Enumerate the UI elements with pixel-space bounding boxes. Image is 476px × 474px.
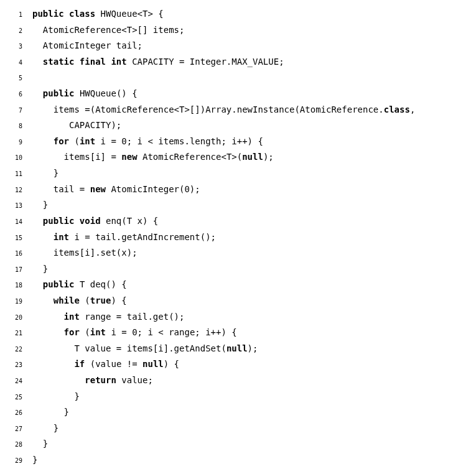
code-token: } <box>32 391 80 401</box>
keyword-token: public class <box>32 9 101 19</box>
code-line: 1public class HWQueue<T> { <box>0 6 476 22</box>
code-content: int range = tail.get(); <box>32 309 184 325</box>
code-content: items[i].set(x); <box>32 245 138 261</box>
code-token: range = tail.get(); <box>85 312 184 322</box>
code-line: 8 CAPACITY); <box>0 118 476 134</box>
keyword-token: for <box>54 136 75 146</box>
code-content: items =(AtomicReference<T>[])Array.newIn… <box>32 102 415 118</box>
keyword-token: return <box>85 375 121 385</box>
code-token <box>32 375 85 385</box>
code-token: items[i].set(x); <box>32 248 138 258</box>
code-content: static final int CAPACITY = Integer.MAX_… <box>32 54 284 70</box>
code-content: items[i] = new AtomicReference<T>(null); <box>32 149 274 165</box>
code-token <box>32 295 54 305</box>
line-number: 9 <box>0 137 32 148</box>
keyword-token: int <box>90 327 111 337</box>
line-number: 4 <box>0 57 32 68</box>
keyword-token: int <box>80 136 101 146</box>
code-line: 3 AtomicInteger tail; <box>0 38 476 54</box>
code-token: AtomicInteger(0); <box>111 184 200 194</box>
keyword-token: while <box>54 295 85 305</box>
code-line: 2 AtomicReference<T>[] items; <box>0 22 476 39</box>
code-content: int i = tail.getAndIncrement(); <box>32 230 216 246</box>
code-token <box>32 72 37 82</box>
code-token <box>32 312 64 322</box>
code-line: 14 public void enq(T x) { <box>0 213 476 230</box>
line-number: 2 <box>0 26 32 37</box>
code-token: , <box>410 105 415 114</box>
code-content: public T deq() { <box>32 277 127 293</box>
code-token: ) { <box>111 295 126 305</box>
code-content: public class HWQueue<T> { <box>32 6 164 22</box>
line-number: 26 <box>0 407 32 419</box>
line-number: 28 <box>0 439 32 450</box>
code-token: } <box>32 168 58 178</box>
line-number: 13 <box>0 200 32 211</box>
keyword-token: true <box>90 295 111 305</box>
line-number: 6 <box>0 89 32 100</box>
code-line: 7 items =(AtomicReference<T>[])Array.new… <box>0 102 476 118</box>
code-content: public void enq(T x) { <box>32 213 158 230</box>
code-token <box>32 232 54 242</box>
code-content: } <box>32 389 80 405</box>
code-token: value; <box>121 375 153 385</box>
code-content: AtomicInteger tail; <box>32 38 142 54</box>
code-line: 25 } <box>0 389 476 405</box>
line-number: 17 <box>0 264 32 276</box>
line-number: 15 <box>0 233 32 244</box>
code-token: HWQueue<T> { <box>101 9 164 19</box>
code-line: 10 items[i] = new AtomicReference<T>(nul… <box>0 149 476 165</box>
code-token: ( <box>85 295 90 305</box>
code-token: HWQueue() { <box>80 88 138 98</box>
line-number: 10 <box>0 152 32 164</box>
code-token: ( <box>85 327 90 337</box>
code-content: T value = items[i].getAndSet(null); <box>32 341 258 357</box>
keyword-token: new <box>90 184 111 194</box>
code-line: 15 int i = tail.getAndIncrement(); <box>0 230 476 246</box>
code-token <box>32 88 43 98</box>
line-number: 24 <box>0 376 32 387</box>
code-content <box>32 70 37 86</box>
code-line: 23 if (value != null) { <box>0 356 476 373</box>
keyword-token: public <box>43 88 80 98</box>
code-token <box>32 136 54 146</box>
keyword-token: for <box>64 327 85 337</box>
keyword-token: null <box>142 359 164 369</box>
line-number: 11 <box>0 169 32 180</box>
code-line: 21 for (int i = 0; i < range; i++) { <box>0 325 476 341</box>
line-number: 23 <box>0 360 32 371</box>
code-token: } <box>32 439 48 448</box>
keyword-token: int <box>54 232 75 242</box>
code-line: 28 } <box>0 436 476 452</box>
code-token: T value = items[i].getAndSet( <box>32 343 226 353</box>
code-token: CAPACITY = Integer.MAX_VALUE; <box>132 57 284 67</box>
code-token: ( <box>74 136 79 146</box>
keyword-token: null <box>226 343 248 353</box>
code-token: tail = <box>32 184 90 194</box>
code-line: 11 } <box>0 165 476 182</box>
keyword-token: public void <box>43 216 106 226</box>
code-token: i = 0; i < items.length; i++) { <box>101 136 263 146</box>
keyword-token: static final int <box>43 57 132 67</box>
code-token <box>32 279 43 289</box>
code-line: 6 public HWQueue() { <box>0 86 476 102</box>
line-number: 22 <box>0 344 32 355</box>
code-token: CAPACITY); <box>32 120 121 130</box>
keyword-token: null <box>242 152 263 162</box>
line-number: 16 <box>0 248 32 259</box>
code-content: CAPACITY); <box>32 118 121 134</box>
code-token <box>32 327 64 337</box>
code-token: ); <box>248 343 258 353</box>
line-number: 27 <box>0 424 32 435</box>
code-token: T deq() { <box>80 279 127 289</box>
code-line: 26 } <box>0 404 476 421</box>
code-token: } <box>32 423 58 433</box>
code-token: i = 0; i < range; i++) { <box>111 327 236 337</box>
code-line: 18 public T deq() { <box>0 277 476 293</box>
code-content: while (true) { <box>32 293 127 309</box>
code-line: 17 } <box>0 261 476 277</box>
line-number: 21 <box>0 328 32 339</box>
code-content: for (int i = 0; i < range; i++) { <box>32 325 237 341</box>
code-token <box>32 359 74 369</box>
keyword-token: new <box>121 152 142 162</box>
